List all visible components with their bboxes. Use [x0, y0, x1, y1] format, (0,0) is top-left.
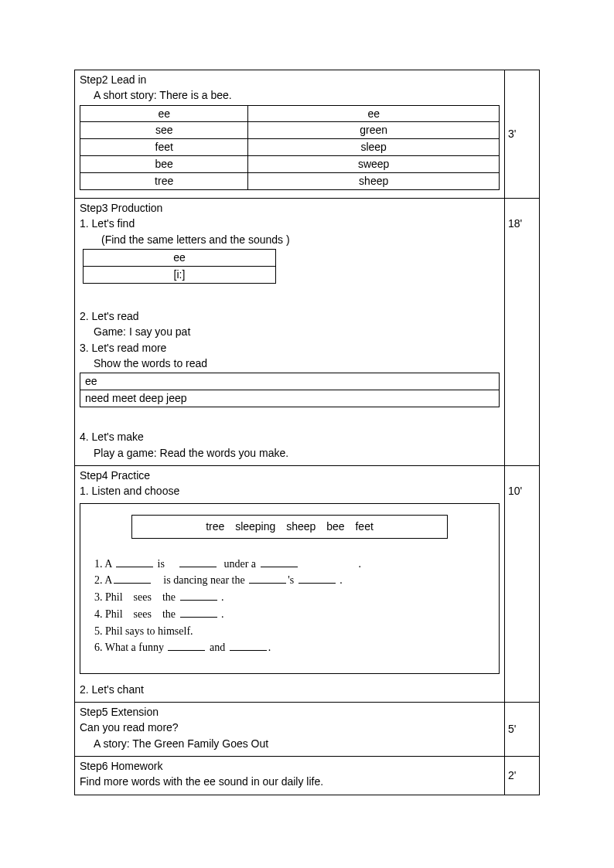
- step5-time: 5': [505, 703, 540, 757]
- text: 's: [288, 574, 296, 586]
- step5-row: Step5 Extension Can you read more? A sto…: [75, 703, 540, 757]
- step4-time: 10': [505, 465, 540, 702]
- step3-title: Step3 Production: [80, 202, 162, 214]
- cell: [i:]: [84, 266, 276, 283]
- step2-time: 3': [505, 70, 540, 199]
- step3-p4-sub: Play a game: Read the words you make.: [80, 445, 500, 461]
- text: is dancing near the: [163, 574, 247, 586]
- cell: ee: [80, 373, 500, 390]
- page: Step2 Lead in A short story: There is a …: [0, 0, 614, 868]
- text: .: [339, 574, 343, 586]
- text: .: [221, 608, 224, 620]
- practice-box: tree sleeping sheep bee feet 1. A is und…: [80, 503, 500, 673]
- step3-p1-title: 1. Let's find: [80, 217, 135, 230]
- step6-line1: Find more words with the ee sound in our…: [80, 775, 323, 788]
- fill-line-1: 1. A is under a .: [94, 556, 485, 573]
- text: and: [206, 642, 227, 653]
- step4-row: Step4 Practice 1. Listen and choose tree…: [75, 465, 540, 702]
- blank: [230, 640, 267, 651]
- fill-line-4: 4. Phil sees the .: [94, 606, 485, 623]
- step3-time: 18': [505, 199, 540, 466]
- step2-content: Step2 Lead in A short story: There is a …: [75, 70, 505, 199]
- blank: [116, 556, 153, 567]
- step3-p3-sub: Show the words to read: [80, 356, 500, 371]
- cell: see: [80, 122, 248, 139]
- step6-time: 2': [505, 757, 540, 795]
- cell: sleep: [248, 139, 500, 156]
- fill-line-5: 5. Phil says to himself.: [94, 623, 485, 640]
- step4-p2-title: 2. Let's chant: [80, 683, 144, 696]
- step3-content: Step3 Production 1. Let's find (Find the…: [75, 199, 505, 466]
- step3-p3-title: 3. Let's read more: [80, 342, 166, 354]
- step4-p1-title: 1. Listen and choose: [80, 485, 179, 497]
- text: 6. What a funny: [94, 642, 166, 653]
- step6-content: Step6 Homework Find more words with the …: [75, 757, 505, 795]
- step3-row: Step3 Production 1. Let's find (Find the…: [75, 199, 540, 466]
- cell: need meet deep jeep: [80, 390, 500, 407]
- step3-p2-sub: Game: I say you pat: [80, 324, 500, 339]
- text: .: [221, 591, 224, 603]
- step5-title: Step5 Extension: [80, 706, 159, 718]
- step6-title: Step6 Homework: [80, 760, 162, 772]
- cell: ee: [80, 105, 248, 122]
- step2-row: Step2 Lead in A short story: There is a …: [75, 70, 540, 199]
- text: .: [268, 642, 271, 653]
- text: is: [155, 558, 165, 570]
- cell: feet: [80, 139, 248, 156]
- step4-title: Step4 Practice: [80, 469, 150, 482]
- blank: [168, 640, 205, 651]
- step5-content: Step5 Extension Can you read more? A sto…: [75, 703, 505, 757]
- step4-content: Step4 Practice 1. Listen and choose tree…: [75, 465, 505, 702]
- blank: [180, 607, 217, 618]
- step2-title: Step2 Lead in: [80, 73, 146, 86]
- step3-p3-table: ee need meet deep jeep: [80, 373, 500, 407]
- blank: [114, 573, 151, 584]
- step2-word-table: eeee seegreen feetsleep beesweep treeshe…: [80, 105, 500, 190]
- fill-line-3: 3. Phil sees the .: [94, 589, 485, 606]
- fill-line-2: 2. A is dancing near the 's .: [94, 572, 485, 589]
- cell: tree: [80, 173, 248, 190]
- step2-sub: A short story: There is a bee.: [80, 87, 500, 103]
- text: under a: [223, 558, 258, 570]
- text: 2. A: [94, 574, 112, 586]
- blank: [180, 590, 217, 601]
- blank: [298, 573, 336, 584]
- cell: bee: [80, 156, 248, 173]
- lesson-plan-table: Step2 Lead in A short story: There is a …: [74, 70, 540, 795]
- cell: ee: [248, 105, 500, 122]
- cell: ee: [84, 249, 276, 266]
- step3-p1-sub: (Find the same letters and the sounds ): [80, 232, 500, 247]
- step6-row: Step6 Homework Find more words with the …: [75, 757, 540, 795]
- fill-lines: 1. A is under a . 2. A is dancing near t…: [94, 556, 485, 656]
- blank: [249, 573, 286, 584]
- step5-line2: A story: The Green Family Goes Out: [80, 736, 500, 751]
- step3-p1-table: ee [i:]: [83, 249, 276, 284]
- cell: sheep: [248, 173, 500, 190]
- fill-line-6: 6. What a funny and .: [94, 639, 485, 656]
- blank: [261, 556, 298, 567]
- cell: green: [248, 122, 500, 139]
- text: 4. Phil sees the: [94, 608, 179, 620]
- text: .: [359, 558, 362, 570]
- step3-p2-title: 2. Let's read: [80, 310, 139, 322]
- word-bank: tree sleeping sheep bee feet: [131, 515, 448, 538]
- blank: [179, 556, 217, 567]
- step5-line1: Can you read more?: [80, 721, 179, 734]
- step3-p4-title: 4. Let's make: [80, 431, 144, 443]
- cell: sweep: [248, 156, 500, 173]
- text: 1. A: [94, 558, 114, 570]
- text: 3. Phil sees the: [94, 591, 179, 603]
